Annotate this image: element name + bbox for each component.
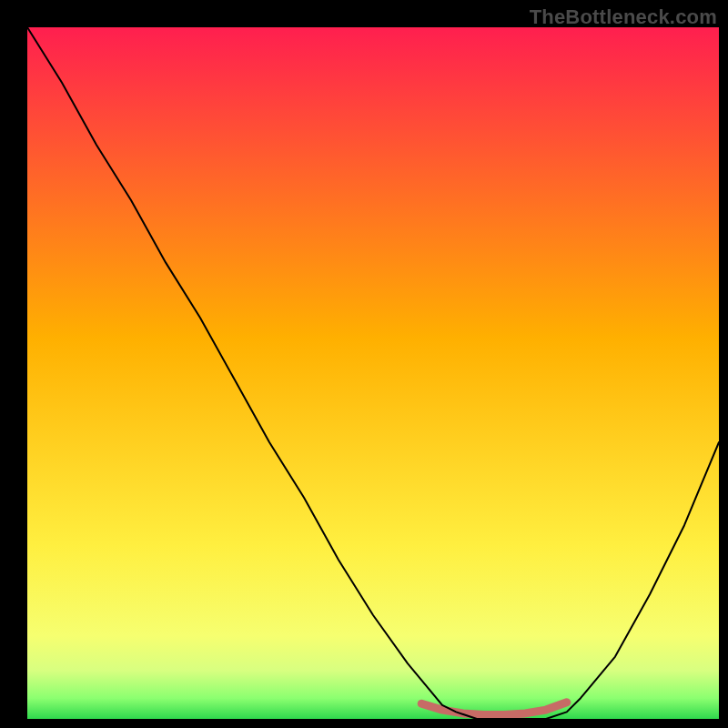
watermark-text: TheBottleneck.com xyxy=(530,5,717,29)
chart-container: TheBottleneck.com xyxy=(0,0,728,728)
bottleneck-chart xyxy=(0,0,728,728)
